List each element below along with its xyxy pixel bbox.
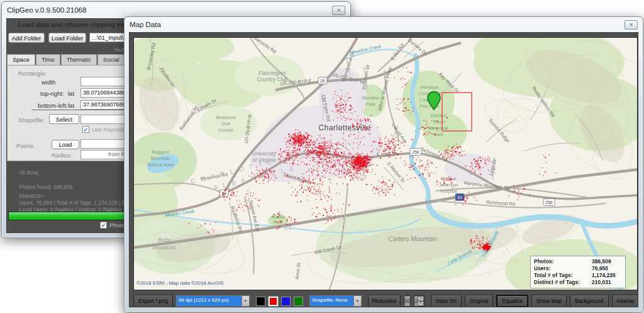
radius-label: Radius:: [52, 152, 72, 159]
select-button[interactable]: Select: [49, 114, 79, 124]
stats-label: Distinct # of Tags:: [534, 279, 592, 286]
shapefile-d ropdown[interactable]: Shapefile: None ▼: [309, 295, 362, 307]
check-icon: ✓: [101, 222, 106, 229]
photo-checkbox[interactable]: ✓: [100, 222, 107, 229]
map-body: CharlottesvilleUniversityof VirginiaFarm…: [129, 32, 638, 307]
map-attribution: ©2018 ESRI - Map data ©2018 ArcGIS: [136, 280, 224, 286]
background-button[interactable]: Background: [570, 295, 608, 307]
stats-value: 210,031: [592, 279, 622, 286]
map-titlebar[interactable]: Map Data ✕: [125, 17, 643, 32]
map-close-button[interactable]: ✕: [625, 20, 638, 30]
lat-label-top: lat: [68, 90, 74, 97]
export-png-button[interactable]: Export *.png: [133, 295, 173, 307]
close-icon: ✕: [336, 8, 341, 13]
shapefile-label: Shapefile:: [18, 117, 45, 123]
chevron-down-icon[interactable]: ▼: [242, 295, 250, 307]
count-input[interactable]: 50: [404, 295, 411, 307]
color-swatch-black[interactable]: [256, 297, 265, 306]
stats-on-button[interactable]: Stats On: [431, 295, 462, 307]
load-points-button[interactable]: Load: [52, 140, 79, 149]
clipgeo-close-button[interactable]: ✕: [332, 6, 345, 15]
inverse-button[interactable]: Inverse: [612, 295, 638, 307]
show-map-button[interactable]: Show Map: [531, 295, 567, 307]
width-label: width: [42, 79, 55, 86]
bottom-left-label: bottom-left:: [38, 102, 68, 109]
tab-space[interactable]: Space: [7, 54, 35, 65]
use-raycasting-checkbox[interactable]: ✓: [82, 126, 89, 133]
chevron-down-icon[interactable]: ▼: [353, 295, 362, 307]
dpi-dropdown[interactable]: 96 dpi (1212 x 629 px) ▼: [176, 295, 250, 307]
map-window-title: Map Data: [130, 21, 625, 28]
map-canvas-area[interactable]: CharlottesvilleUniversityof VirginiaFarm…: [133, 37, 638, 290]
tab-thematic[interactable]: Thematic: [61, 54, 97, 65]
color-swatch-green[interactable]: [294, 297, 303, 306]
photoview-button[interactable]: Photoview: [368, 295, 401, 307]
map-toolbar: Export *.png 96 dpi (1212 x 629 px) ▼ Sh…: [133, 293, 634, 307]
spinner-down-icon[interactable]: ▼: [418, 301, 424, 306]
stats-value: 386,509: [592, 258, 622, 265]
clipgeo-window-title: ClipGeo v.0.9.500.21068: [7, 6, 332, 14]
color-swatch-blue[interactable]: [281, 297, 291, 306]
tab-social[interactable]: Social: [97, 54, 125, 65]
status-all-done: All done.: [19, 169, 40, 176]
map-stats-box: Photos:386,509 Users:76,950 Total # of T…: [530, 256, 626, 288]
points-label: Points:: [16, 142, 35, 149]
dpi-dropdown-value: 96 dpi (1212 x 629 px): [176, 295, 242, 307]
stats-label: Users:: [534, 265, 592, 272]
top-right-label: top-right:: [40, 90, 64, 97]
map-data-window: Map Data ✕: [124, 16, 643, 312]
equalize-button[interactable]: Equalize: [496, 295, 528, 307]
rectangle-label: Rectangle:: [18, 70, 47, 77]
add-folder-button[interactable]: Add Folder: [8, 33, 45, 43]
spinner-up-icon[interactable]: ▲: [418, 296, 424, 301]
desktop: ClipGeo v.0.9.500.21068 ✕ Load data and …: [0, 0, 644, 313]
shapefile-dropdown-value: Shapefile: None: [309, 295, 353, 307]
check-icon: ✓: [84, 127, 89, 133]
status-statistics: Statistics>: [19, 193, 43, 199]
close-icon: ✕: [629, 22, 633, 28]
original-button[interactable]: Original: [465, 295, 493, 307]
stats-label: Total # of Tags:: [534, 272, 592, 279]
photo-dots-layer: [134, 38, 638, 290]
color-swatch-red[interactable]: [269, 297, 278, 306]
spinner-input[interactable]: 2 ▲▼: [414, 295, 425, 307]
lat-label-bottom: lat: [68, 102, 74, 109]
stats-value: 76,950: [592, 265, 622, 272]
clipgeo-heading: Load data and choose clipping exten: [18, 21, 134, 28]
stats-label: Photos:: [534, 258, 592, 265]
tab-time[interactable]: Time: [36, 54, 60, 65]
load-folder-button[interactable]: Load Folder: [48, 33, 86, 43]
status-photos-found: Photos found: 386,509: [19, 184, 73, 190]
stats-value: 1,174,235: [592, 272, 622, 279]
